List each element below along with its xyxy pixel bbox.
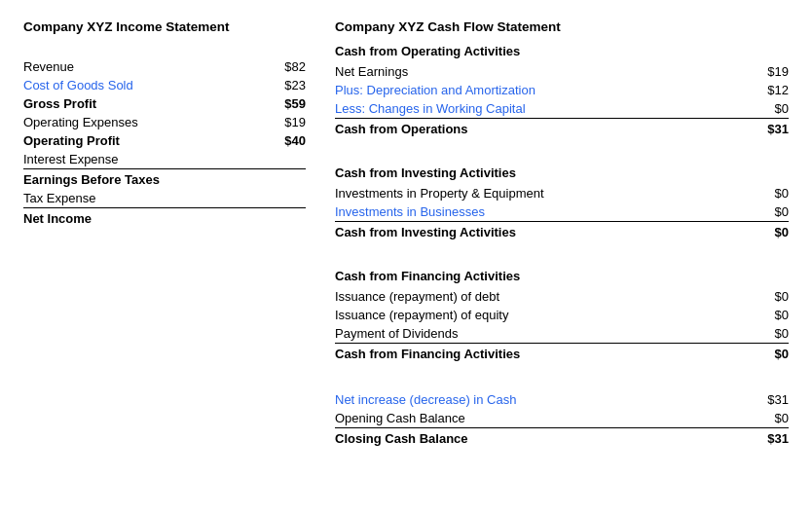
row-value: $0 bbox=[750, 225, 789, 239]
row-label: Gross Profit bbox=[23, 96, 267, 111]
table-row: Plus: Depreciation and Amortization$12 bbox=[335, 81, 789, 99]
row-label: Plus: Depreciation and Amortization bbox=[335, 83, 750, 97]
table-row: Tax Expense bbox=[23, 189, 306, 208]
financing-section: Cash from Financing Activities Issuance … bbox=[335, 269, 789, 363]
row-label: Payment of Dividends bbox=[335, 326, 750, 341]
row-value: $31 bbox=[750, 392, 789, 407]
operating-rows: Net Earnings$19Plus: Depreciation and Am… bbox=[335, 62, 789, 138]
table-row: Closing Cash Balance$31 bbox=[335, 429, 789, 448]
investing-title: Cash from Investing Activities bbox=[335, 165, 789, 180]
row-value: $0 bbox=[750, 289, 789, 304]
income-rows: Revenue$82Cost of Goods Sold$23Gross Pro… bbox=[23, 57, 306, 228]
cashflow-panel: Company XYZ Cash Flow Statement Cash fro… bbox=[325, 19, 789, 461]
row-label: Cost of Goods Sold bbox=[23, 78, 267, 92]
row-label: Opening Cash Balance bbox=[335, 411, 750, 425]
table-row: Payment of Dividends$0 bbox=[335, 324, 789, 344]
row-label: Net Income bbox=[23, 211, 267, 226]
operating-section: Cash from Operating Activities Net Earni… bbox=[335, 44, 789, 138]
row-value: $0 bbox=[750, 101, 789, 116]
financing-rows: Issuance (repayment) of debt$0Issuance (… bbox=[335, 287, 789, 363]
row-label: Interest Expense bbox=[23, 152, 267, 166]
table-row: Less: Changes in Working Capital$0 bbox=[335, 99, 789, 119]
table-row: Issuance (repayment) of debt$0 bbox=[335, 287, 789, 306]
table-row: Cash from Operations$31 bbox=[335, 120, 789, 138]
row-value: $40 bbox=[267, 133, 306, 148]
row-label: Net Earnings bbox=[335, 64, 750, 79]
table-row: Net increase (decrease) in Cash$31 bbox=[335, 390, 789, 409]
row-value: $31 bbox=[750, 122, 789, 136]
summary-section: Net increase (decrease) in Cash$31Openin… bbox=[335, 390, 789, 448]
table-row: Revenue$82 bbox=[23, 57, 306, 76]
row-label: Net increase (decrease) in Cash bbox=[335, 392, 750, 407]
investing-section: Cash from Investing Activities Investmen… bbox=[335, 165, 789, 241]
financing-title: Cash from Financing Activities bbox=[335, 269, 789, 283]
investing-rows: Investments in Property & Equipment$0Inv… bbox=[335, 184, 789, 241]
table-row: Operating Expenses$19 bbox=[23, 113, 306, 131]
operating-title: Cash from Operating Activities bbox=[335, 44, 789, 58]
main-layout: Company XYZ Income Statement Revenue$82C… bbox=[23, 19, 789, 461]
table-row: Operating Profit$40 bbox=[23, 131, 306, 150]
row-value: $31 bbox=[750, 431, 789, 446]
row-value: $12 bbox=[750, 83, 789, 97]
row-label: Investments in Property & Equipment bbox=[335, 186, 750, 201]
table-row: Investments in Businesses$0 bbox=[335, 202, 789, 222]
row-label: Closing Cash Balance bbox=[335, 431, 750, 446]
row-label: Operating Expenses bbox=[23, 115, 267, 129]
row-value: $59 bbox=[267, 96, 306, 111]
summary-rows: Net increase (decrease) in Cash$31Openin… bbox=[335, 390, 789, 448]
row-label: Revenue bbox=[23, 59, 267, 74]
row-value: $0 bbox=[750, 411, 789, 425]
income-title: Company XYZ Income Statement bbox=[23, 19, 306, 34]
row-label: Cash from Investing Activities bbox=[335, 225, 750, 239]
table-row: Earnings Before Taxes bbox=[23, 170, 306, 189]
row-label: Cash from Financing Activities bbox=[335, 347, 750, 361]
table-row: Cash from Investing Activities$0 bbox=[335, 223, 789, 241]
cashflow-title: Company XYZ Cash Flow Statement bbox=[335, 19, 789, 34]
table-row: Gross Profit$59 bbox=[23, 94, 306, 113]
row-value: $0 bbox=[750, 308, 789, 322]
table-row: Opening Cash Balance$0 bbox=[335, 409, 789, 428]
row-value: $19 bbox=[750, 64, 789, 79]
row-label: Cash from Operations bbox=[335, 122, 750, 136]
table-row: Issuance (repayment) of equity$0 bbox=[335, 306, 789, 324]
table-row: Cash from Financing Activities$0 bbox=[335, 345, 789, 363]
row-label: Issuance (repayment) of debt bbox=[335, 289, 750, 304]
row-value: $0 bbox=[750, 347, 789, 361]
row-label: Investments in Businesses bbox=[335, 204, 750, 219]
table-row: Cost of Goods Sold$23 bbox=[23, 76, 306, 94]
table-row: Interest Expense bbox=[23, 150, 306, 169]
table-row: Net Earnings$19 bbox=[335, 62, 789, 81]
row-value: $0 bbox=[750, 326, 789, 341]
table-row: Investments in Property & Equipment$0 bbox=[335, 184, 789, 202]
table-row: Net Income bbox=[23, 209, 306, 228]
row-label: Less: Changes in Working Capital bbox=[335, 101, 750, 116]
row-label: Earnings Before Taxes bbox=[23, 172, 267, 187]
income-statement-panel: Company XYZ Income Statement Revenue$82C… bbox=[23, 19, 325, 461]
row-value: $0 bbox=[750, 204, 789, 219]
row-value: $23 bbox=[267, 78, 306, 92]
row-label: Operating Profit bbox=[23, 133, 267, 148]
row-value: $0 bbox=[750, 186, 789, 201]
row-label: Tax Expense bbox=[23, 191, 267, 205]
row-label: Issuance (repayment) of equity bbox=[335, 308, 750, 322]
row-value: $82 bbox=[267, 59, 306, 74]
row-value: $19 bbox=[267, 115, 306, 129]
